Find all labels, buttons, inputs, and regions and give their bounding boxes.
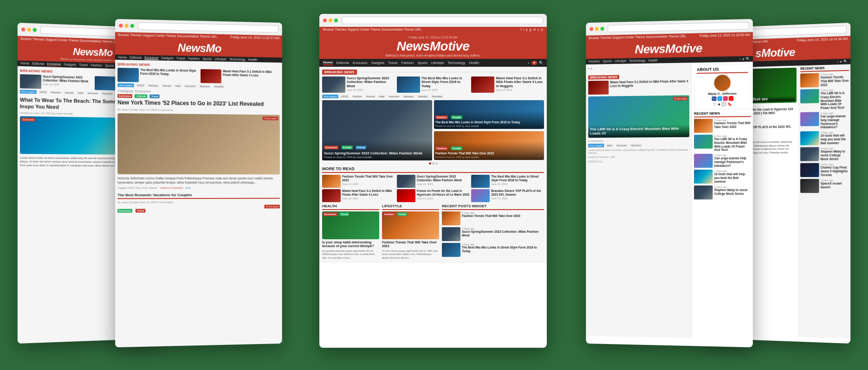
close-btn-c[interactable] [323, 19, 327, 22]
ml-tag-fashion[interactable]: #fashion [147, 83, 160, 87]
mr-nav-lifestyle[interactable]: Lifestyle [615, 59, 626, 63]
close-button[interactable] [21, 27, 25, 31]
ml-nav-exclusive[interactable]: Exclusive [144, 56, 158, 60]
social-fb[interactable]: f [712, 96, 716, 101]
ml-nav-editorial[interactable]: Editorial [130, 56, 142, 59]
max-btn-mr[interactable] [601, 27, 604, 31]
tag-2023[interactable]: #2023 [38, 90, 48, 94]
nav-sports[interactable]: Sports [105, 64, 114, 68]
nav-home[interactable]: Home [20, 62, 29, 66]
min-btn-mr[interactable] [595, 27, 599, 31]
url-bar-center[interactable] [342, 17, 543, 24]
nav-travel[interactable]: Travel [79, 63, 88, 67]
min-btn-ml[interactable] [125, 24, 129, 27]
center-tag-summer[interactable]: #summer [387, 95, 401, 98]
ml-nav-lifestyle[interactable]: Lifestyle [214, 57, 227, 61]
nav-editorial[interactable]: Editorial [32, 62, 44, 66]
mr-nav-tech[interactable]: Technology [629, 59, 645, 63]
mr-tag-passion[interactable]: #passion [629, 143, 642, 147]
social-m[interactable]: m [533, 28, 536, 31]
mr-nav-health[interactable]: Health [648, 58, 657, 62]
center-tag-diet[interactable]: #diet [378, 95, 386, 98]
music-icon[interactable]: ♪ [528, 61, 530, 65]
mr-tag-summer[interactable]: #summer [615, 143, 628, 147]
mri-4[interactable]: Miami Heat Face 3-1 Deficit in NBA Final… [322, 189, 395, 202]
ml-edit[interactable]: Edit [186, 186, 190, 189]
mri-3[interactable]: The Best Miu Miu Looks in Street Style F… [471, 175, 544, 188]
ml-nav-fashion[interactable]: Fashion [188, 57, 200, 60]
minimize-button[interactable] [27, 27, 31, 31]
ml-nav-health[interactable]: Health [248, 58, 258, 61]
nav-gadgets[interactable]: Gadgets [64, 63, 76, 67]
social-f[interactable]: f [520, 28, 521, 31]
search-icon[interactable]: 🔍 [539, 61, 543, 65]
tag-summer[interactable]: #summer [86, 91, 99, 96]
tag-diet[interactable]: #diet [77, 91, 85, 95]
mri-5[interactable]: Freeze on Feeds for the Lead in Hypercar… [397, 189, 470, 202]
center-tag-top[interactable]: #top tagged [322, 95, 338, 98]
mri-6[interactable]: Brandon Silvers TOP PLAYS of the 2023 XF… [471, 189, 544, 202]
url-bar-ml[interactable] [138, 22, 279, 32]
ml-tag-top[interactable]: #top tagged [117, 83, 134, 88]
ml-tag-2023[interactable]: #2023 [136, 83, 146, 87]
mr-prev[interactable]: ‹ [588, 67, 589, 71]
tag-top[interactable]: #top tagged [20, 90, 37, 94]
ml-leave-comment[interactable]: Leave a Comment [160, 186, 183, 189]
social-ig[interactable]: i [723, 96, 727, 101]
max-btn-ml[interactable] [130, 24, 134, 27]
tag-passion[interactable]: #passion [101, 91, 114, 96]
dot-3[interactable] [435, 162, 438, 165]
ml-tag-diet[interactable]: #diet [174, 84, 182, 88]
center-tag-trends[interactable]: #trends [365, 95, 376, 98]
nav-home-c[interactable]: Home [323, 60, 333, 65]
ml-tag-passion[interactable]: #passion [198, 84, 211, 88]
mr-next[interactable]: › [591, 67, 592, 71]
mr-tag-top[interactable]: #top tagged [588, 144, 604, 147]
maximize-button[interactable] [33, 28, 37, 32]
center-tag-passion[interactable]: #passion [402, 95, 415, 98]
nav-exclusive-c[interactable]: Exclusive [353, 61, 368, 65]
nav-health-c[interactable]: Health [469, 61, 479, 65]
center-tag-2023[interactable]: #2023 [340, 95, 350, 98]
social-g[interactable]: g [530, 28, 531, 31]
social-y[interactable]: y [526, 28, 528, 31]
dot-2[interactable] [432, 162, 434, 165]
ml-nav-travel[interactable]: Travel [176, 57, 185, 60]
close-btn-ml[interactable] [119, 24, 123, 27]
max-btn-c[interactable] [334, 19, 338, 22]
tag-trends[interactable]: #trends [64, 91, 75, 95]
fr-toggle[interactable]: ● [840, 60, 842, 64]
dot-1[interactable] [429, 162, 431, 165]
ml-nav-sports[interactable]: Sports [202, 57, 212, 60]
nav-fashion-c[interactable]: Fashion [402, 61, 414, 65]
featured-side-1[interactable]: Fashion Foodie The Best Miu Miu Looks in… [434, 100, 544, 129]
nav-lifestyle-c[interactable]: Lifestyle [431, 61, 444, 65]
fr-search[interactable]: 🔍 [843, 60, 848, 64]
mr-search[interactable]: 🔍 [746, 57, 750, 61]
ml-nav-home[interactable]: Home [118, 56, 127, 59]
mr-nav-fashion[interactable]: Fashion [589, 60, 600, 64]
ml-tag-healthy[interactable]: #healthy [213, 84, 225, 88]
nav-editorial-c[interactable]: Editorial [337, 61, 349, 65]
heart-icon[interactable]: ♡ [713, 102, 716, 107]
featured-side-2[interactable]: Fashion Foodie Fashion Trends That Will … [434, 131, 544, 160]
url-bar-mr[interactable] [608, 22, 749, 32]
nav-travel-c[interactable]: Travel [388, 61, 398, 65]
social-tw[interactable]: t [717, 96, 722, 101]
nav-tech-c[interactable]: Technology [447, 61, 465, 65]
star-icon[interactable]: ★ [717, 102, 720, 107]
nav-sports-c[interactable]: Sports [417, 61, 428, 65]
ml-tag-summer[interactable]: #summer [183, 84, 197, 88]
center-tag-headset[interactable]: #headset [430, 95, 444, 98]
mri-1[interactable]: Fashion Trends That Will Take Over 2023 … [322, 175, 395, 188]
mr-music-icon[interactable]: ♪ [739, 57, 741, 61]
social-p[interactable]: p [541, 28, 543, 31]
center-tag-fashion[interactable]: #fashion [351, 95, 363, 98]
tag-fashion[interactable]: #fashion [50, 90, 62, 95]
featured-main-card[interactable]: Exclusive Foodie Friend Gucci Spring/Sum… [322, 100, 432, 160]
social-yt[interactable]: y [728, 96, 733, 101]
mr-toggle[interactable]: ● [742, 57, 744, 61]
mri-2[interactable]: Gucci Spring/Summer 2023 Collection: Mil… [397, 175, 470, 188]
ml-tag-trends[interactable]: #trends [161, 84, 173, 88]
ml-nav-gadgets[interactable]: Gadgets [161, 57, 174, 60]
